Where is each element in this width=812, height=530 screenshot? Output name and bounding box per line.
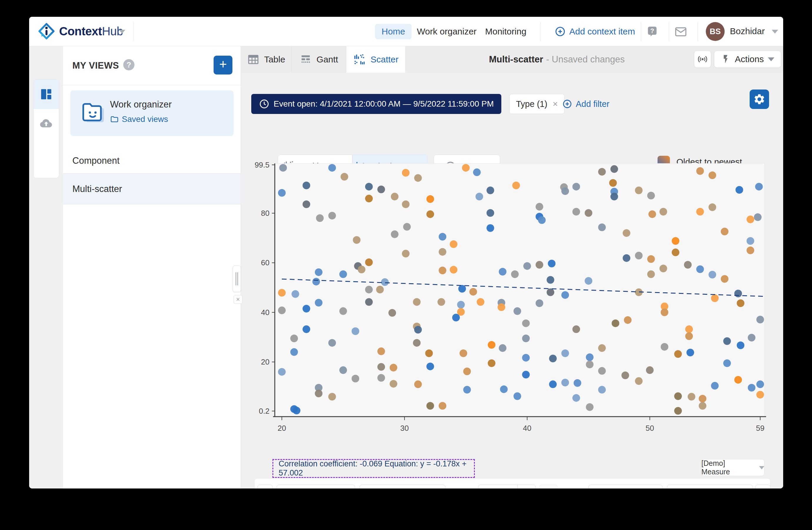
- scatter-point[interactable]: [487, 224, 494, 232]
- y-dimension-dropdown[interactable]: [Demo] Measure: [701, 459, 765, 476]
- scatter-point[interactable]: [609, 179, 617, 187]
- event-open-filter-pill[interactable]: Event open: 4/1/2021 12:00:00 AM — 9/5/2…: [251, 94, 501, 114]
- scatter-point[interactable]: [390, 364, 397, 372]
- scatter-point[interactable]: [561, 379, 569, 386]
- scatter-point[interactable]: [649, 210, 656, 218]
- scatter-point[interactable]: [756, 316, 764, 323]
- scatter-point[interactable]: [388, 309, 396, 317]
- scatter-point[interactable]: [403, 223, 411, 231]
- scatter-point[interactable]: [499, 344, 506, 352]
- scatter-point[interactable]: [390, 380, 397, 388]
- scatter-point[interactable]: [462, 164, 469, 172]
- scatter-point[interactable]: [458, 285, 466, 293]
- scatter-point[interactable]: [647, 255, 655, 263]
- scatter-point[interactable]: [377, 363, 385, 371]
- scatter-point[interactable]: [339, 307, 347, 315]
- scatter-point[interactable]: [598, 367, 606, 375]
- scatter-point[interactable]: [584, 209, 592, 217]
- scatter-point[interactable]: [377, 347, 385, 355]
- scatter-point[interactable]: [425, 349, 433, 357]
- scatter-point[interactable]: [450, 266, 458, 274]
- scatter-point[interactable]: [635, 187, 642, 194]
- scatter-point[interactable]: [572, 325, 580, 333]
- sidebar-item-component[interactable]: Component: [63, 148, 241, 174]
- scatter-point[interactable]: [755, 183, 763, 191]
- scatter-point[interactable]: [748, 384, 755, 392]
- user-avatar[interactable]: BS: [706, 22, 725, 41]
- scatter-point[interactable]: [672, 237, 679, 245]
- scatter-point[interactable]: [315, 299, 322, 307]
- scatter-point[interactable]: [549, 380, 557, 388]
- scatter-point[interactable]: [754, 213, 762, 221]
- scatter-point[interactable]: [635, 252, 642, 260]
- scatter-point[interactable]: [536, 203, 543, 210]
- nav-tab-monitoring[interactable]: Monitoring: [485, 24, 526, 39]
- scatter-point[interactable]: [473, 168, 481, 176]
- scatter-point[interactable]: [723, 337, 731, 345]
- scatter-point[interactable]: [610, 165, 618, 173]
- scatter-point[interactable]: [477, 298, 484, 306]
- scatter-point[interactable]: [377, 374, 385, 381]
- scatter-point[interactable]: [414, 174, 422, 182]
- scatter-point[interactable]: [381, 278, 389, 286]
- plot-area[interactable]: [275, 164, 765, 417]
- brand[interactable]: ContextHub: [38, 23, 123, 40]
- scatter-point[interactable]: [414, 380, 422, 388]
- nav-tab-work-organizer[interactable]: Work organizer: [417, 24, 477, 39]
- scatter-point[interactable]: [598, 223, 606, 231]
- scatter-point[interactable]: [313, 278, 320, 285]
- scatter-point[interactable]: [315, 390, 322, 397]
- scatter-point[interactable]: [497, 303, 505, 311]
- reset-time-button[interactable]: [539, 485, 557, 488]
- sidebar-collapse-button[interactable]: ×: [234, 295, 243, 304]
- scatter-point[interactable]: [586, 361, 593, 368]
- scatter-point[interactable]: [685, 332, 693, 340]
- scatter-point[interactable]: [290, 348, 298, 356]
- scatter-point[interactable]: [487, 209, 494, 217]
- add-filter-button[interactable]: Add filter: [562, 94, 609, 114]
- scatter-point[interactable]: [549, 355, 557, 362]
- scatter-point[interactable]: [536, 261, 543, 268]
- scatter-point[interactable]: [723, 360, 731, 367]
- scatter-point[interactable]: [278, 289, 286, 296]
- scatter-point[interactable]: [659, 208, 667, 215]
- scatter-point[interactable]: [469, 288, 477, 296]
- scatter-point[interactable]: [426, 362, 434, 370]
- scatter-point[interactable]: [586, 403, 593, 411]
- scatter-point[interactable]: [439, 402, 446, 409]
- scatter-point[interactable]: [413, 298, 421, 306]
- scatter-point[interactable]: [687, 393, 695, 401]
- help-button[interactable]: ?: [646, 25, 659, 38]
- scatter-point[interactable]: [302, 182, 310, 189]
- scatter-point[interactable]: [747, 247, 754, 254]
- scatter-point[interactable]: [316, 214, 324, 222]
- scatter-point[interactable]: [711, 382, 719, 390]
- remove-filter-icon[interactable]: ×: [552, 99, 558, 109]
- scatter-point[interactable]: [699, 395, 706, 403]
- scatter-point[interactable]: [315, 268, 322, 276]
- scatter-point[interactable]: [685, 325, 693, 333]
- scatter-point[interactable]: [674, 392, 682, 400]
- scatter-point[interactable]: [328, 339, 336, 347]
- scatter-point[interactable]: [737, 341, 744, 349]
- scatter-point[interactable]: [302, 200, 310, 208]
- scatter-point[interactable]: [561, 187, 569, 195]
- scatter-point[interactable]: [358, 266, 365, 273]
- scatter-point[interactable]: [278, 307, 286, 314]
- scatter-point[interactable]: [708, 204, 716, 211]
- scatter-point[interactable]: [736, 186, 743, 194]
- my-views-help-icon[interactable]: ?: [123, 59, 134, 70]
- scatter-point[interactable]: [624, 316, 632, 324]
- scatter-point[interactable]: [646, 366, 654, 374]
- scatter-point[interactable]: [699, 402, 706, 409]
- scatter-point[interactable]: [292, 290, 299, 298]
- scatter-point[interactable]: [684, 261, 692, 268]
- scatter-point[interactable]: [561, 291, 569, 299]
- actions-button[interactable]: Actions: [714, 51, 781, 68]
- scatter-point[interactable]: [293, 407, 300, 414]
- range-lock-combo[interactable]: ± 1 year: [478, 485, 536, 488]
- scatter-point[interactable]: [278, 368, 286, 376]
- scatter-point[interactable]: [353, 236, 360, 244]
- scatter-point[interactable]: [279, 164, 287, 172]
- scatter-point[interactable]: [328, 212, 336, 219]
